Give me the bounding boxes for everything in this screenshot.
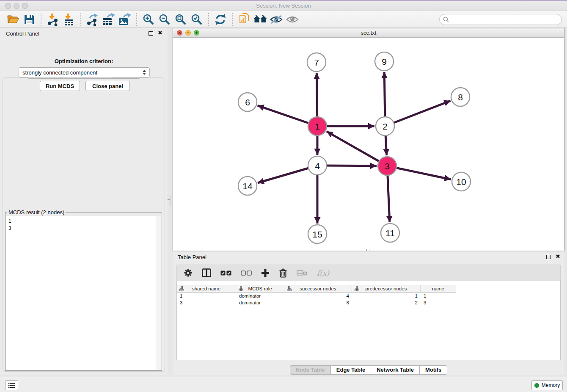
table-cell[interactable]: dominator (236, 293, 284, 300)
column-header-name[interactable]: name (421, 285, 456, 292)
tab-network-table[interactable]: Network Table (371, 365, 420, 375)
table-cell[interactable]: 1 (352, 293, 421, 300)
delete-table-icon[interactable] (297, 267, 308, 279)
node-7[interactable]: 7 (307, 53, 326, 72)
trash-icon[interactable] (279, 267, 287, 279)
open-folder-icon[interactable] (5, 12, 21, 27)
node-14[interactable]: 14 (238, 177, 257, 195)
zoom-selected-icon[interactable] (189, 12, 205, 27)
export-image-icon[interactable] (117, 12, 133, 27)
toolbar-separator (80, 13, 81, 26)
node-9[interactable]: 9 (375, 52, 394, 71)
optimization-label: Optimization criterion: (0, 58, 168, 64)
node-6[interactable]: 6 (238, 93, 257, 111)
network-graph[interactable]: 7968124314101511 (173, 38, 564, 251)
memory-button[interactable]: Memory (531, 380, 563, 390)
svg-text:1: 1 (315, 121, 320, 131)
tab-edge-table[interactable]: Edge Table (330, 365, 371, 375)
tab-motifs[interactable]: Motifs (419, 365, 447, 375)
toolbar-separator (208, 13, 209, 26)
table-cell[interactable]: 1 (421, 293, 456, 300)
table-cell[interactable]: dominator (236, 300, 284, 306)
export-table-icon[interactable] (101, 12, 117, 27)
zoom-in-icon[interactable] (140, 12, 157, 27)
search-icon (443, 17, 449, 22)
mcds-result-list[interactable]: 13 (6, 216, 161, 370)
window-accent-strip (0, 0, 567, 1)
node-11[interactable]: 11 (381, 224, 399, 242)
tab-node-table[interactable]: Node Table (290, 365, 331, 375)
svg-text:4: 4 (315, 161, 320, 171)
import-network-icon[interactable] (45, 12, 61, 27)
select-all-icon[interactable] (220, 267, 231, 279)
edge-3-1[interactable] (327, 131, 387, 166)
node-15[interactable]: 15 (308, 225, 327, 243)
run-mcds-button[interactable]: Run MCDS (40, 81, 80, 91)
toolbar-separator (232, 13, 233, 26)
toolbar-separator (136, 13, 137, 26)
node-3[interactable]: 3 (378, 157, 396, 175)
memory-status-icon (534, 383, 539, 388)
column-header-successor-nodes[interactable]: successor nodes (284, 285, 352, 292)
column-header-shared-name[interactable]: shared name (177, 285, 236, 292)
refresh-icon[interactable] (212, 12, 228, 27)
column-header-predecessor-nodes[interactable]: predecessor nodes (352, 285, 421, 292)
result-scrollbar[interactable] (156, 216, 161, 370)
gear-icon[interactable] (184, 267, 193, 279)
table-cell[interactable]: 2 (352, 300, 421, 306)
table-panel: Table Panel ✖ f(x) (173, 252, 564, 375)
zoom-out-icon[interactable] (157, 12, 173, 27)
close-panel-icon[interactable]: ✖ (158, 30, 162, 36)
svg-text:11: 11 (385, 228, 395, 238)
attribute-tree-icon (179, 286, 184, 291)
table-row[interactable]: 3dominator323 (177, 300, 456, 306)
columns-icon[interactable] (202, 267, 211, 279)
edge-2-8[interactable] (385, 101, 451, 126)
network-view-window: scc.txt 7968124314101511 (173, 28, 564, 251)
documents-share-icon[interactable] (236, 12, 252, 27)
close-panel-button[interactable]: Close panel (85, 81, 130, 91)
close-table-panel-icon[interactable]: ✖ (556, 253, 560, 259)
vertical-splitter-handle[interactable] (167, 196, 171, 206)
deselect-all-icon[interactable] (241, 267, 252, 279)
import-table-icon[interactable] (61, 12, 77, 27)
network-window-title: scc.txt (173, 30, 564, 36)
mcds-result-title: MCDS result (2 nodes) (7, 209, 66, 215)
table-cell[interactable]: 3 (421, 300, 456, 306)
svg-text:7: 7 (314, 58, 319, 67)
svg-text:15: 15 (312, 229, 322, 239)
node-10[interactable]: 10 (452, 172, 471, 191)
title-bar: Session: New Session (0, 0, 567, 11)
table-row[interactable]: 1dominator411 (177, 293, 456, 300)
eye-icon[interactable] (284, 12, 300, 27)
table-cell[interactable]: 3 (177, 300, 236, 306)
node-1[interactable]: 1 (308, 117, 327, 135)
network-canvas[interactable]: 7968124314101511 (173, 38, 564, 251)
eye-slash-icon[interactable] (268, 12, 284, 27)
optimization-dropdown-value: strongly connected component (22, 69, 97, 76)
node-8[interactable]: 8 (451, 88, 470, 106)
table-cell[interactable]: 4 (284, 293, 352, 300)
search-input[interactable] (451, 15, 561, 24)
node-table[interactable]: shared nameMCDS rolesuccessor nodesprede… (176, 281, 561, 360)
node-2[interactable]: 2 (376, 117, 394, 135)
export-network-icon[interactable] (85, 12, 101, 27)
window-title: Session: New Session (0, 3, 567, 9)
houses-icon[interactable] (252, 12, 268, 27)
float-panel-icon[interactable] (149, 31, 153, 36)
optimization-dropdown[interactable]: strongly connected component (19, 67, 150, 77)
float-table-panel-icon[interactable] (546, 255, 551, 259)
table-cell[interactable]: 3 (284, 300, 352, 306)
table-cell[interactable]: 1 (177, 293, 236, 300)
node-4[interactable]: 4 (308, 156, 327, 175)
task-history-button[interactable] (5, 380, 18, 390)
zoom-fit-icon[interactable] (173, 12, 189, 27)
search-field[interactable] (439, 14, 562, 25)
attribute-tree-icon (239, 286, 243, 291)
column-header-MCDS-role[interactable]: MCDS role (236, 285, 284, 292)
table-panel-title: Table Panel (178, 254, 206, 260)
horizontal-splitter-handle[interactable] (363, 248, 372, 251)
save-icon[interactable] (21, 12, 37, 27)
function-icon[interactable]: f(x) (317, 267, 329, 279)
add-icon[interactable] (261, 267, 270, 279)
